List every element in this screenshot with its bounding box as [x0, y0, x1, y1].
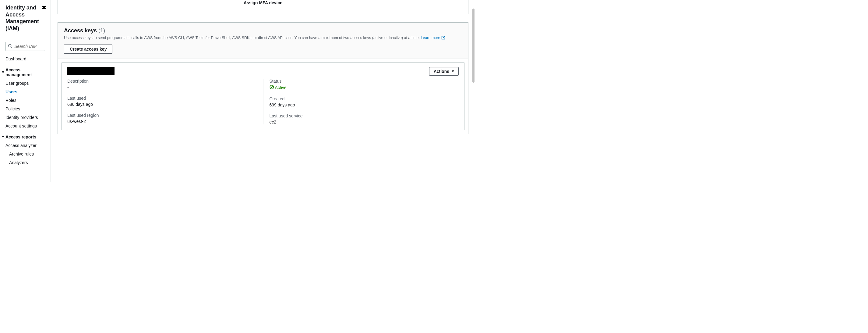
field-status: Status Active [270, 79, 459, 90]
sidebar: Identity and Access Management (IAM) ✖ D… [0, 0, 51, 182]
access-key-card: Actions Description - Last used [62, 62, 464, 130]
learn-more-link[interactable]: Learn more [421, 36, 445, 40]
main-content: Assign MFA device Access keys (1) Use ac… [51, 0, 475, 182]
sidebar-header: Identity and Access Management (IAM) ✖ [0, 4, 51, 36]
field-value: 699 days ago [270, 103, 459, 107]
nav-item-users[interactable]: Users [0, 87, 51, 96]
close-icon[interactable]: ✖ [42, 4, 46, 11]
access-key-id-redacted [67, 67, 115, 75]
nav-group-access-reports[interactable]: Access reports [0, 130, 51, 141]
nav-item-archive-rules[interactable]: Archive rules [0, 150, 51, 158]
sidebar-title: Identity and Access Management (IAM) [5, 4, 42, 32]
nav-group-label: Access reports [5, 135, 36, 139]
search-box [5, 42, 45, 51]
nav-item-dashboard[interactable]: Dashboard [0, 55, 51, 63]
access-keys-description: Use access keys to send programmatic cal… [64, 35, 462, 41]
field-last-used: Last used 686 days ago [67, 96, 257, 107]
chevron-down-icon [2, 136, 4, 138]
field-label: Last used region [67, 113, 257, 118]
nav-item-identity-providers[interactable]: Identity providers [0, 113, 51, 122]
field-created: Created 699 days ago [270, 96, 459, 107]
nav-item-account-settings[interactable]: Account settings [0, 122, 51, 130]
nav-item-policies[interactable]: Policies [0, 105, 51, 113]
svg-line-1 [11, 47, 12, 48]
sidebar-nav: Dashboard Access management User groups … [0, 53, 51, 167]
nav-item-access-analyzer[interactable]: Access analyzer [0, 141, 51, 150]
nav-group-access-management[interactable]: Access management [0, 63, 51, 79]
nav-group-label: Access management [5, 67, 45, 77]
field-label: Created [270, 96, 459, 101]
svg-point-0 [8, 44, 11, 47]
learn-more-text: Learn more [421, 36, 440, 40]
field-label: Description [67, 79, 257, 84]
field-value: ec2 [270, 119, 459, 124]
field-value: - [67, 85, 257, 90]
chevron-down-icon [2, 72, 4, 73]
access-key-card-top: Actions [67, 67, 459, 76]
nav-item-roles[interactable]: Roles [0, 96, 51, 105]
field-label: Last used service [270, 113, 459, 118]
check-circle-icon [270, 85, 274, 90]
field-label: Status [270, 79, 459, 84]
access-keys-title-text: Access keys [64, 27, 97, 33]
field-last-used-service: Last used service ec2 [270, 113, 459, 124]
field-value: 686 days ago [67, 102, 257, 107]
access-keys-body: Actions Description - Last used [58, 59, 468, 134]
status-value: Active [275, 85, 287, 90]
access-key-left-col: Description - Last used 686 days ago Las… [67, 79, 263, 124]
access-keys-title: Access keys (1) [64, 27, 462, 34]
access-keys-header: Access keys (1) Use access keys to send … [58, 23, 468, 59]
access-keys-panel: Access keys (1) Use access keys to send … [58, 22, 468, 134]
field-last-used-region: Last used region us-west-2 [67, 113, 257, 124]
scrollbar-track[interactable] [472, 0, 474, 182]
assign-mfa-device-button[interactable]: Assign MFA device [238, 0, 288, 7]
field-label: Last used [67, 96, 257, 101]
access-keys-count: (1) [98, 27, 105, 33]
status-active: Active [270, 85, 287, 90]
access-key-right-col: Status Active Created 699 d [263, 79, 459, 124]
create-access-key-button[interactable]: Create access key [64, 45, 113, 54]
external-link-icon [441, 36, 445, 40]
field-value: us-west-2 [67, 119, 257, 124]
actions-button[interactable]: Actions [429, 67, 459, 76]
actions-button-label: Actions [434, 69, 449, 74]
sidebar-search-wrap [0, 36, 51, 53]
chevron-down-icon [452, 71, 454, 72]
nav-item-analyzers[interactable]: Analyzers [0, 158, 51, 167]
access-keys-description-text: Use access keys to send programmatic cal… [64, 36, 420, 40]
access-key-details-grid: Description - Last used 686 days ago Las… [67, 79, 459, 124]
nav-item-user-groups[interactable]: User groups [0, 79, 51, 87]
scrollbar-thumb[interactable] [472, 8, 474, 83]
mfa-card: Assign MFA device [58, 0, 468, 14]
field-description: Description - [67, 79, 257, 90]
search-icon [8, 44, 12, 49]
